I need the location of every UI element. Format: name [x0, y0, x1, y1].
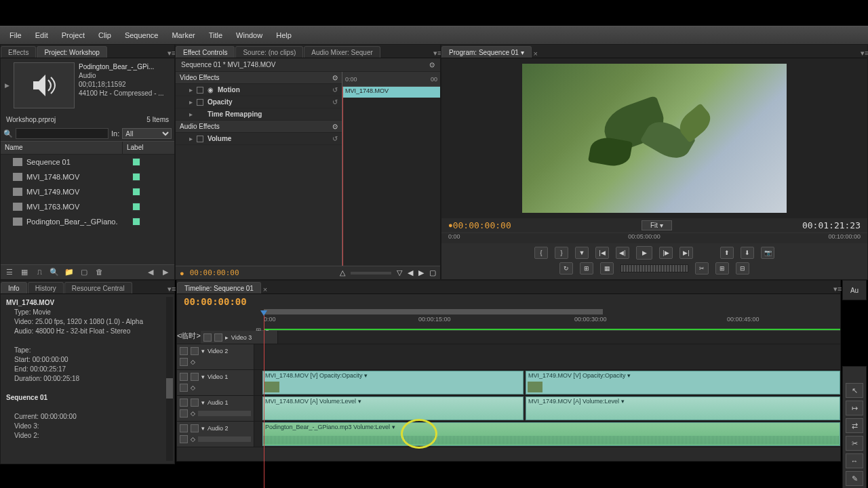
reset-icon[interactable]: ↺: [332, 135, 338, 142]
panel-menu-icon[interactable]: ▾≡: [167, 285, 174, 293]
track-head-v2[interactable]: ▾Video 2◇: [177, 344, 254, 369]
tool-selection[interactable]: ↖: [846, 383, 863, 398]
list-item[interactable]: MVI_1763.MOV: [1, 199, 174, 214]
track-head-v3[interactable]: ▸Video 3: [201, 331, 278, 344]
lock-icon[interactable]: [214, 333, 222, 342]
menu-title[interactable]: Title: [202, 28, 229, 42]
play-icon[interactable]: ▶: [5, 82, 9, 89]
grid-button[interactable]: ⊞: [715, 262, 729, 274]
list-item[interactable]: MVI_1748.MOV: [1, 169, 174, 184]
tool-razor[interactable]: ✂: [846, 436, 863, 451]
kf-nav-icon[interactable]: ◇: [191, 436, 195, 443]
grid2-button[interactable]: ⊟: [736, 262, 749, 274]
tab-project[interactable]: Project: Workshop: [37, 46, 107, 58]
tab-effect-controls[interactable]: Effect Controls: [176, 46, 235, 58]
lift-button[interactable]: ⬆: [720, 247, 734, 259]
kf-icon[interactable]: [180, 358, 188, 366]
next-kf-icon[interactable]: ▢: [429, 268, 436, 277]
menu-help[interactable]: Help: [269, 28, 298, 42]
clip-a2[interactable]: Podington_Bear_-_GPiano.mp3 Volume:Level…: [262, 422, 840, 446]
panel-menu-icon[interactable]: ▾≡: [861, 49, 867, 58]
find-icon[interactable]: 🔍: [50, 268, 59, 277]
track-head-a1[interactable]: ▾Audio 1◇: [177, 396, 254, 421]
zoom-out-icon[interactable]: △: [340, 268, 345, 277]
reset-icon[interactable]: ↺: [332, 86, 338, 94]
bypass-icon[interactable]: ◉: [208, 86, 214, 94]
track-head-v1[interactable]: ▾Video 1◇: [177, 370, 254, 395]
col-name[interactable]: Name: [1, 142, 123, 154]
trash-icon[interactable]: 🗑: [94, 268, 104, 277]
effect-time-remap[interactable]: ▸Time Remapping: [176, 108, 342, 121]
kf-nav-icon[interactable]: ◇: [191, 359, 195, 365]
program-monitor[interactable]: [441, 58, 867, 218]
lock-icon[interactable]: [191, 424, 199, 432]
kf-icon[interactable]: [180, 384, 188, 392]
eye-icon[interactable]: [203, 333, 212, 342]
fx-icon[interactable]: [197, 87, 203, 94]
program-tc-left[interactable]: 00:00:00:00: [453, 220, 511, 230]
fx-icon[interactable]: [197, 99, 203, 106]
tab-audio-meters[interactable]: Au: [842, 280, 867, 300]
search-icon[interactable]: 🔍: [3, 129, 13, 138]
menu-window[interactable]: Window: [229, 28, 269, 42]
tab-effects[interactable]: Effects: [1, 46, 36, 58]
list-view-icon[interactable]: ☰: [5, 268, 14, 277]
prev-kf-icon[interactable]: ◀: [408, 268, 413, 277]
eye-icon[interactable]: [180, 347, 188, 355]
new-bin-icon[interactable]: 📁: [64, 268, 74, 277]
menu-file[interactable]: File: [3, 28, 28, 42]
label-swatch[interactable]: [132, 218, 140, 226]
zoom-in-icon[interactable]: ▽: [397, 268, 402, 277]
extract-button[interactable]: ⬇: [741, 247, 754, 259]
automate-icon[interactable]: ⎍: [35, 268, 44, 277]
ec-timecode[interactable]: 00:00:00:00: [190, 268, 239, 277]
menu-project[interactable]: Project: [55, 28, 92, 42]
tab-timeline[interactable]: Timeline: Sequence 01: [177, 282, 261, 293]
dropdown-icon[interactable]: ▾: [521, 49, 524, 56]
menu-marker[interactable]: Marker: [165, 28, 201, 42]
tab-history[interactable]: History: [28, 282, 64, 293]
panel-menu-icon[interactable]: ▾≡: [167, 49, 174, 58]
go-in-button[interactable]: |◀: [595, 247, 609, 259]
program-ruler[interactable]: 0:0000:05:00:0000:10:00:00: [441, 232, 867, 243]
step-back-button[interactable]: ◀|: [616, 247, 629, 259]
tool-pen[interactable]: ✎: [846, 471, 863, 486]
close-icon[interactable]: ×: [262, 285, 269, 293]
panel-menu-icon[interactable]: ▾≡: [433, 49, 440, 58]
track-head-a2[interactable]: ▾Audio 2◇: [177, 422, 254, 447]
lock-icon[interactable]: [191, 347, 199, 355]
tool-track-select[interactable]: ↦: [846, 401, 863, 415]
playhead[interactable]: [264, 314, 264, 488]
safe-margins-button[interactable]: ⊞: [580, 262, 593, 274]
eye-icon[interactable]: [180, 373, 188, 381]
reset-icon[interactable]: ↺: [332, 98, 338, 106]
scrollbar[interactable]: [166, 297, 173, 461]
close-icon[interactable]: ×: [532, 49, 539, 58]
panel-menu-icon[interactable]: ▾≡: [833, 285, 840, 293]
effect-motion[interactable]: ▸◉Motion↺: [176, 84, 342, 96]
lock-icon[interactable]: [191, 373, 199, 381]
play-button[interactable]: ▶: [636, 246, 652, 260]
kf-icon[interactable]: [180, 409, 188, 418]
toggle-icon[interactable]: ⊙: [332, 123, 338, 130]
play-icon[interactable]: ▶: [418, 268, 424, 277]
kf-icon[interactable]: [180, 435, 188, 443]
clip-a1-a[interactable]: MVI_1748.MOV [A] Volume:Level ▾: [262, 396, 524, 420]
step-fwd-button[interactable]: |▶: [659, 247, 673, 259]
menu-edit[interactable]: Edit: [28, 28, 55, 42]
list-item[interactable]: Podington_Bear_-_GPiano.: [1, 214, 174, 229]
list-item[interactable]: Sequence 01: [1, 155, 174, 169]
marker-button[interactable]: ▼: [575, 247, 589, 259]
tool-slip[interactable]: ↔: [846, 453, 863, 468]
in-select[interactable]: All: [122, 128, 172, 139]
search-input[interactable]: [16, 128, 108, 139]
menu-clip[interactable]: Clip: [92, 28, 118, 42]
next-icon[interactable]: ▶: [161, 268, 170, 277]
prev-icon[interactable]: ◀: [146, 268, 155, 277]
trim-button[interactable]: ✂: [695, 262, 709, 274]
tab-info[interactable]: Info: [1, 282, 27, 293]
clip-v1-a[interactable]: MVI_1748.MOV [V] Opacity:Opacity ▾: [262, 371, 524, 394]
label-swatch[interactable]: [132, 173, 140, 181]
list-item[interactable]: MVI_1749.MOV: [1, 184, 174, 199]
clip-a1-b[interactable]: MVI_1749.MOV [A] Volume:Level ▾: [526, 396, 840, 420]
